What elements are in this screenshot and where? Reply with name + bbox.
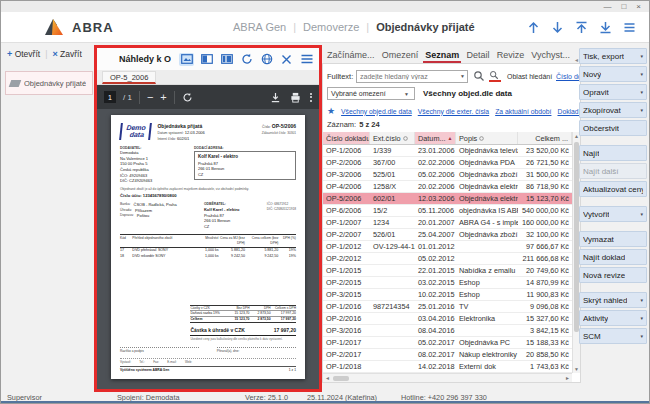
print-icon[interactable] [290, 92, 301, 103]
column-header-celkem[interactable]: Celkem ... [518, 132, 572, 144]
document-tab[interactable]: OP-5_2006 [102, 71, 156, 84]
page-number-input[interactable]: 1 [104, 91, 116, 103]
zoom-in-button[interactable]: + [160, 92, 166, 103]
table-row[interactable]: OP-6/200615/205.11.2006objednávka IS ABR… [323, 205, 572, 217]
pdf-viewport[interactable]: Demo data Objednávka přijatá Číslo: OP-5… [97, 109, 319, 389]
search-icon[interactable] [473, 70, 485, 82]
arrow-to-top-icon[interactable] [574, 20, 589, 35]
quick-filter-vsechny-dle-exter-cisla[interactable]: Všechny dle exter. čísla [418, 108, 489, 115]
close-preview-icon[interactable] [279, 53, 294, 66]
table-row[interactable]: OP-1/2012OV-129-44-1201.01.201297 666,67… [323, 241, 572, 253]
table-row[interactable]: OP-1/2007123420.01.2007ABRA G4 - s imple… [323, 217, 572, 229]
action-obcerstvit[interactable]: Občerstvit [579, 120, 647, 136]
action-nova-revize[interactable]: Nová revize [579, 267, 647, 283]
column-filter-icon[interactable] [479, 136, 484, 141]
preview-mode-icon[interactable] [179, 53, 194, 66]
table-row[interactable]: OP-1/201522.01.2015Nabídka z emailu20 74… [323, 265, 572, 277]
column-header-popis[interactable]: Popis [456, 132, 518, 144]
dropdown-arrow-icon[interactable]: ▾ [640, 53, 643, 59]
dropdown-arrow-icon[interactable]: ▾ [640, 107, 643, 113]
fulltext-search-icon[interactable] [489, 70, 501, 82]
table-row[interactable]: OP-2/2007526/0125.04.2007Objednávka zbož… [323, 229, 572, 241]
table-row[interactable]: OP-3/2006525/0105.02.2006Objednávka zbož… [323, 169, 572, 181]
dropdown-arrow-icon[interactable]: ▾ [640, 315, 643, 321]
table-row[interactable]: OP-1/201698721435425.01.2016TV9 096,08 K… [323, 301, 572, 313]
tab-zaciname[interactable]: Začínáme... [325, 48, 377, 63]
table-row[interactable]: OP-5/2006602/0112.03.2006Objednávka elek… [323, 193, 572, 205]
scroll-right-icon[interactable]: ► [565, 375, 570, 381]
table-row[interactable]: OP-3/201510.02.2015Eshop11 900,83 Kč [323, 289, 572, 301]
column-filter-icon[interactable] [403, 136, 408, 141]
scroll-left-icon[interactable]: ◄ [325, 375, 330, 381]
tab-seznam[interactable]: Seznam [423, 48, 461, 63]
horizontal-scrollbar[interactable]: ◄ ► [323, 373, 572, 382]
maximize-button[interactable]: □ [621, 3, 626, 11]
open-button[interactable]: + Otevřít [7, 49, 40, 59]
refresh-icon[interactable] [239, 53, 254, 66]
rotate-icon[interactable] [182, 92, 193, 103]
zoom-out-button[interactable]: − [147, 92, 153, 103]
close-button[interactable]: × [636, 3, 641, 11]
chevron-down-icon[interactable]: ▼ [460, 73, 467, 79]
table-row[interactable]: OP-2/2006367/0002.02.2006Objednávka PDA2… [323, 157, 572, 169]
tab-omezeni[interactable]: Omezení [380, 48, 421, 63]
action-aktivity[interactable]: Aktivity▾ [579, 310, 647, 326]
action-najit[interactable]: Najít [579, 145, 647, 161]
menu-icon[interactable] [622, 20, 637, 35]
tab-vychyst[interactable]: Vychyst... [529, 48, 572, 63]
action-opravit[interactable]: Opravit▾ [579, 84, 647, 100]
more-options-icon[interactable] [310, 93, 312, 102]
action-najit-doklad[interactable]: Najít doklad [579, 249, 647, 265]
table-row[interactable]: OP-2/201503.02.2015Eshop14 870,99 Kč [323, 277, 572, 289]
table-row[interactable]: OP-2/201708.02.2017Nákup elektroniky20 8… [323, 349, 572, 361]
column-header-cislo-dokladu[interactable]: Číslo dokladu▲ [323, 132, 370, 144]
dropdown-arrow-icon[interactable]: ▾ [640, 297, 643, 303]
action-label: Najít doklad [583, 253, 625, 262]
dropdown-arrow-icon[interactable]: ▾ [640, 211, 643, 217]
favorite-star-icon[interactable]: ★ [327, 107, 335, 116]
column-header-datum[interactable]: Datum...▲ [415, 132, 456, 144]
quick-filter-vsechny-objed-dle-data[interactable]: Všechny objed.dle data [341, 108, 412, 115]
cell: OP-1/2017 [323, 337, 370, 348]
table-row[interactable]: OP-2/201205.02.2012211 666,68 Kč [323, 253, 572, 265]
arrow-up-icon[interactable] [526, 20, 541, 35]
table-row[interactable]: OP-3/201608.04.20163 842,15 Kč [323, 325, 572, 337]
dock-left-icon[interactable] [199, 53, 214, 66]
arrow-down-icon[interactable] [550, 20, 565, 35]
column-header-ext-cislo[interactable]: Ext.číslo [370, 132, 415, 144]
sidebar-item-objednavky-prijate[interactable]: Objednávky přijaté [5, 71, 93, 95]
action-tisk-export[interactable]: Tisk, export▾ [579, 48, 647, 64]
preview-menu-icon[interactable] [299, 53, 314, 66]
tab-detail[interactable]: Detail [464, 48, 491, 63]
dropdown-arrow-icon[interactable]: ▾ [640, 333, 643, 339]
close-agenda-button[interactable]: × Zavřít [52, 49, 81, 59]
download-icon[interactable] [270, 92, 281, 103]
action-novy[interactable]: Nový▾ [579, 66, 647, 82]
action-aktualizovat-ceny[interactable]: Aktualizovat ceny [579, 181, 647, 197]
action-najit-dalsi[interactable]: Najít další [579, 163, 647, 179]
table-row[interactable]: OP-1/201705.02.2017Objednávka PC15 188,3… [323, 337, 572, 349]
scrollbar-thumb[interactable] [333, 376, 349, 381]
restriction-select[interactable]: Vybrané omezení ▼ [327, 87, 415, 100]
action-zkopirovat[interactable]: Zkopírovat▾ [579, 102, 647, 118]
supplier-line: DIČ: CZ49209463 [120, 178, 187, 184]
globe-icon[interactable] [259, 53, 274, 66]
dropdown-arrow-icon[interactable]: ▾ [640, 71, 643, 77]
arrow-to-bottom-icon[interactable] [598, 20, 613, 35]
minimize-button[interactable]: — [603, 3, 611, 11]
tab-revize[interactable]: Revize [495, 48, 527, 63]
action-skryt-nahled[interactable]: Skrýt náhled▾ [579, 292, 647, 308]
quick-filter-za-aktualni-obdobi[interactable]: Za aktuální období [495, 108, 551, 115]
table-row[interactable]: OP-2/201603.04.2016Elektronika15 327,60 … [323, 313, 572, 325]
column-label: Datum... [418, 134, 446, 143]
table-row[interactable]: OP-1/201814.02.2018Externí dok1 743,63 K… [323, 361, 572, 373]
split-view-icon[interactable] [219, 53, 234, 66]
action-vymazat[interactable]: Vymazat [579, 231, 647, 247]
action-vytvorit[interactable]: Vytvořit▾ [579, 206, 647, 222]
action-scm[interactable]: SCM▾ [579, 328, 647, 344]
table-row[interactable]: OP-4/20061258/X20.02.2006Objednávka elek… [323, 181, 572, 193]
table-row[interactable]: OP-1/20061/33923.01.2006Objednávka telev… [323, 145, 572, 157]
scroll-down-icon[interactable]: ▼ [573, 366, 580, 372]
dropdown-arrow-icon[interactable]: ▾ [640, 89, 643, 95]
fulltext-input[interactable] [357, 73, 460, 80]
